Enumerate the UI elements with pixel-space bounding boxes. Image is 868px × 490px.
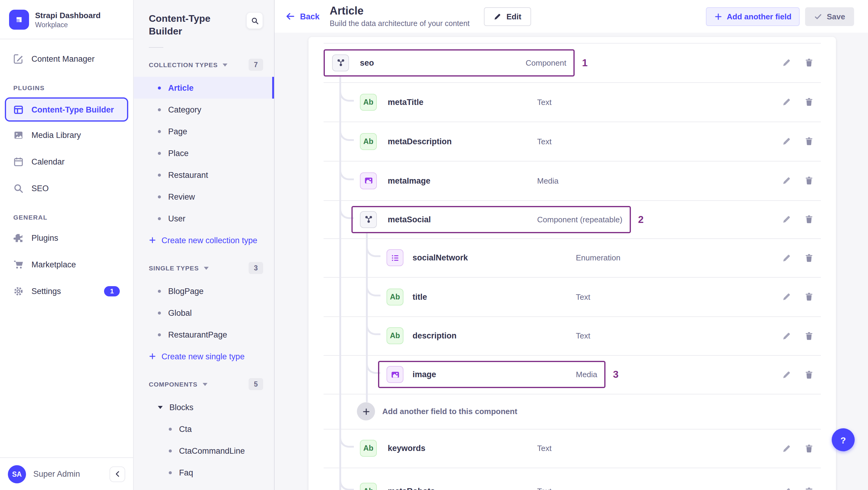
delete-field-button[interactable] — [802, 441, 815, 455]
edit-field-button[interactable] — [780, 368, 793, 381]
type-item-label: Place — [168, 149, 189, 158]
edit-field-button[interactable] — [780, 134, 793, 148]
edit-field-button[interactable] — [780, 56, 793, 69]
delete-field-button[interactable] — [802, 251, 815, 264]
group-label: Blocks — [169, 403, 193, 412]
sidebar-item-content-type-builder[interactable]: Content-Type Builder — [5, 97, 128, 122]
field-row-metasocial: 2metaSocialComponent (repeatable) — [309, 200, 836, 238]
type-item-user[interactable]: User — [134, 208, 274, 229]
annotation-number: 2 — [638, 214, 644, 225]
type-item-blogpage[interactable]: BlogPage — [134, 280, 274, 302]
bullet-icon — [169, 471, 172, 474]
field-name: title — [412, 292, 427, 301]
component-item-features[interactable]: Features — [134, 483, 274, 490]
sidebar-item-label: Media Library — [31, 130, 81, 140]
plus-icon — [149, 353, 156, 360]
pencil-icon — [782, 487, 791, 490]
sidebar-item-calendar[interactable]: Calendar — [0, 148, 133, 175]
field-row-socialnetwork: socialNetworkEnumeration — [309, 238, 836, 277]
add-another-field-button[interactable]: Add another field — [706, 7, 800, 26]
sidebar-item-label: Marketplace — [31, 260, 76, 269]
field-type-label: Media — [537, 176, 559, 185]
sidebar-item-media-library[interactable]: Media Library — [0, 122, 133, 148]
delete-field-button[interactable] — [802, 56, 815, 69]
save-button[interactable]: Save — [805, 7, 854, 26]
chevron-down-icon — [204, 267, 208, 270]
type-item-article[interactable]: Article — [134, 77, 274, 99]
edit-button-label: Edit — [506, 12, 521, 21]
add-field-to-component-button[interactable] — [357, 402, 375, 421]
section-header-components[interactable]: COMPONENTS5 — [134, 377, 274, 391]
field-type-label: Text — [537, 137, 552, 146]
component-item-cta[interactable]: Cta — [134, 418, 274, 440]
bullet-icon — [158, 289, 161, 293]
workspace-brand[interactable]: Strapi Dashboard Workplace — [0, 0, 133, 39]
type-item-label: Article — [168, 83, 193, 92]
pencil-icon — [782, 253, 791, 262]
edit-field-button[interactable] — [780, 441, 793, 455]
sidebar-item-content-manager[interactable]: Content Manager — [0, 45, 133, 72]
type-item-place[interactable]: Place — [134, 142, 274, 164]
edit-field-button[interactable] — [780, 174, 793, 187]
type-item-category[interactable]: Category — [134, 99, 274, 120]
edit-field-button[interactable] — [780, 485, 793, 490]
delete-field-button[interactable] — [802, 134, 815, 148]
search-button[interactable] — [246, 12, 263, 29]
avatar[interactable]: SA — [8, 465, 26, 483]
sidebar-item-plugins[interactable]: Plugins — [0, 224, 133, 251]
field-name: keywords — [388, 444, 426, 453]
delete-field-button[interactable] — [802, 290, 815, 303]
section-title: COLLECTION TYPES — [149, 61, 218, 68]
help-button[interactable]: ? — [832, 428, 855, 451]
delete-field-button[interactable] — [802, 329, 815, 342]
section-header-single-types[interactable]: SINGLE TYPES3 — [134, 261, 274, 275]
component-group-blocks[interactable]: Blocks — [134, 396, 274, 418]
enumeration-icon — [391, 253, 400, 262]
delete-field-button[interactable] — [802, 95, 815, 109]
type-item-restaurantpage[interactable]: RestaurantPage — [134, 324, 274, 345]
plus-icon — [714, 13, 722, 21]
field-type-label: Text — [537, 444, 552, 453]
delete-field-button[interactable] — [802, 368, 815, 381]
component-item-faq[interactable]: Faq — [134, 462, 274, 483]
edit-field-button[interactable] — [780, 290, 793, 303]
delete-field-button[interactable] — [802, 485, 815, 490]
annotation-number: 1 — [582, 57, 587, 68]
pencil-icon — [782, 331, 791, 340]
create-create-new-single-type[interactable]: Create new single type — [134, 345, 274, 367]
field-type-text-icon: Ab — [386, 327, 403, 344]
collapse-sidebar-button[interactable] — [110, 466, 125, 482]
sidebar-item-marketplace[interactable]: Marketplace — [0, 251, 133, 278]
component-item-label: CtaCommandLine — [179, 446, 245, 455]
sidebar-item-settings[interactable]: Settings1 — [0, 278, 133, 304]
field-type-text-icon: Ab — [386, 288, 403, 305]
field-row-image: 3imageMedia — [309, 355, 836, 394]
image-icon — [13, 130, 24, 140]
field-type-label: Text — [576, 331, 590, 340]
builder-panel-header: Content-Type Builder — [134, 0, 274, 37]
edit-field-button[interactable] — [780, 95, 793, 109]
field-type-text-icon: Ab — [360, 483, 377, 490]
section-header-collection-types[interactable]: COLLECTION TYPES7 — [134, 58, 274, 72]
delete-field-button[interactable] — [802, 174, 815, 187]
delete-field-button[interactable] — [802, 213, 815, 226]
type-item-review[interactable]: Review — [134, 186, 274, 208]
field-type-text-icon: Ab — [360, 133, 377, 150]
edit-button[interactable]: Edit — [484, 7, 531, 26]
bullet-icon — [158, 173, 161, 176]
type-item-page[interactable]: Page — [134, 120, 274, 142]
type-item-restaurant[interactable]: Restaurant — [134, 164, 274, 186]
edit-field-button[interactable] — [780, 213, 793, 226]
edit-field-button[interactable] — [780, 251, 793, 264]
add-field-button-label: Add another field — [727, 12, 792, 21]
sidebar-item-seo[interactable]: SEO — [0, 175, 133, 202]
edit-field-button[interactable] — [780, 329, 793, 342]
create-create-new-collection-type[interactable]: Create new collection type — [134, 229, 274, 251]
component-item-ctacommandline[interactable]: CtaCommandLine — [134, 440, 274, 462]
back-link[interactable]: Back — [285, 0, 320, 33]
type-item-global[interactable]: Global — [134, 302, 274, 324]
field-row-metadescription: AbmetaDescriptionText — [309, 122, 836, 161]
type-list: BlogPageGlobalRestaurantPageCreate new s… — [134, 280, 274, 367]
search-icon — [251, 17, 258, 25]
title-block: Article Build the data architecture of y… — [330, 5, 470, 28]
